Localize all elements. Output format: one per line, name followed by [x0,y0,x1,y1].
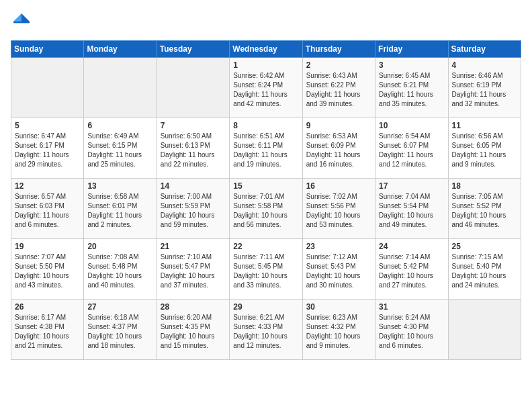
day-info: Sunrise: 7:00 AM Sunset: 5:59 PM Dayligh… [161,192,226,230]
day-info: Sunrise: 6:54 AM Sunset: 6:07 PM Dayligh… [379,132,444,169]
day-number: 26 [15,302,80,312]
calendar-cell: 19Sunrise: 7:07 AM Sunset: 5:50 PM Dayli… [11,239,84,300]
day-info: Sunrise: 6:53 AM Sunset: 6:09 PM Dayligh… [306,132,371,169]
day-info: Sunrise: 7:14 AM Sunset: 5:42 PM Dayligh… [379,253,444,290]
day-info: Sunrise: 6:17 AM Sunset: 4:38 PM Dayligh… [15,313,80,351]
day-info: Sunrise: 7:08 AM Sunset: 5:48 PM Dayligh… [87,253,152,290]
weekday-header-thursday: Thursday [302,41,375,58]
day-number: 7 [161,121,226,130]
day-info: Sunrise: 6:24 AM Sunset: 4:30 PM Dayligh… [379,313,444,351]
day-number: 2 [306,60,371,70]
calendar-cell: 5Sunrise: 6:47 AM Sunset: 6:17 PM Daylig… [11,118,84,179]
day-number: 31 [379,302,444,312]
day-number: 15 [233,181,298,191]
day-number: 22 [233,242,298,251]
day-number: 18 [452,181,517,191]
day-info: Sunrise: 6:21 AM Sunset: 4:33 PM Dayligh… [233,313,298,351]
calendar-cell [11,58,84,118]
calendar-cell: 30Sunrise: 6:23 AM Sunset: 4:32 PM Dayli… [302,300,375,360]
calendar-cell: 29Sunrise: 6:21 AM Sunset: 4:33 PM Dayli… [230,300,302,360]
day-info: Sunrise: 7:01 AM Sunset: 5:58 PM Dayligh… [233,192,298,230]
day-info: Sunrise: 6:18 AM Sunset: 4:37 PM Dayligh… [87,313,152,351]
weekday-header-tuesday: Tuesday [157,41,229,58]
day-number: 20 [87,242,152,251]
calendar-cell: 22Sunrise: 7:11 AM Sunset: 5:45 PM Dayli… [230,239,302,300]
calendar-cell: 1Sunrise: 6:42 AM Sunset: 6:24 PM Daylig… [230,58,302,118]
calendar-cell: 10Sunrise: 6:54 AM Sunset: 6:07 PM Dayli… [375,118,448,179]
calendar-cell: 2Sunrise: 6:43 AM Sunset: 6:22 PM Daylig… [302,58,375,118]
day-info: Sunrise: 6:23 AM Sunset: 4:32 PM Dayligh… [306,313,371,351]
day-number: 16 [306,181,371,191]
calendar-cell: 26Sunrise: 6:17 AM Sunset: 4:38 PM Dayli… [11,300,84,360]
day-number: 28 [161,302,226,312]
weekday-header-row: SundayMondayTuesdayWednesdayThursdayFrid… [11,41,521,58]
calendar-cell [84,58,157,118]
svg-rect-2 [13,21,30,23]
day-number: 14 [161,181,226,191]
svg-marker-0 [21,13,30,21]
calendar-week-row: 1Sunrise: 6:42 AM Sunset: 6:24 PM Daylig… [11,58,521,118]
calendar-cell: 6Sunrise: 6:49 AM Sunset: 6:15 PM Daylig… [84,118,157,179]
day-number: 19 [15,242,80,251]
calendar-week-row: 12Sunrise: 6:57 AM Sunset: 6:03 PM Dayli… [11,179,521,239]
calendar-cell: 20Sunrise: 7:08 AM Sunset: 5:48 PM Dayli… [84,239,157,300]
day-number: 24 [379,242,444,251]
day-info: Sunrise: 6:42 AM Sunset: 6:24 PM Dayligh… [233,71,298,109]
logo [11,11,35,32]
day-info: Sunrise: 6:51 AM Sunset: 6:11 PM Dayligh… [233,132,298,169]
calendar-table: SundayMondayTuesdayWednesdayThursdayFrid… [11,40,521,360]
calendar-cell: 24Sunrise: 7:14 AM Sunset: 5:42 PM Dayli… [375,239,448,300]
day-number: 25 [452,242,517,251]
day-info: Sunrise: 6:43 AM Sunset: 6:22 PM Dayligh… [306,71,371,109]
calendar-cell: 9Sunrise: 6:53 AM Sunset: 6:09 PM Daylig… [302,118,375,179]
day-info: Sunrise: 6:58 AM Sunset: 6:01 PM Dayligh… [87,192,152,230]
calendar-cell: 25Sunrise: 7:15 AM Sunset: 5:40 PM Dayli… [448,239,521,300]
day-info: Sunrise: 7:10 AM Sunset: 5:47 PM Dayligh… [161,253,226,290]
calendar-cell: 17Sunrise: 7:04 AM Sunset: 5:54 PM Dayli… [375,179,448,239]
day-number: 6 [87,121,152,130]
calendar-cell: 18Sunrise: 7:05 AM Sunset: 5:52 PM Dayli… [448,179,521,239]
svg-marker-1 [13,13,21,21]
day-number: 13 [87,181,152,191]
day-number: 9 [306,121,371,130]
day-info: Sunrise: 7:11 AM Sunset: 5:45 PM Dayligh… [233,253,298,290]
calendar-cell: 15Sunrise: 7:01 AM Sunset: 5:58 PM Dayli… [230,179,302,239]
calendar-cell: 31Sunrise: 6:24 AM Sunset: 4:30 PM Dayli… [375,300,448,360]
calendar-week-row: 5Sunrise: 6:47 AM Sunset: 6:17 PM Daylig… [11,118,521,179]
day-number: 1 [233,60,298,70]
day-number: 27 [87,302,152,312]
calendar-cell: 4Sunrise: 6:46 AM Sunset: 6:19 PM Daylig… [448,58,521,118]
day-info: Sunrise: 7:15 AM Sunset: 5:40 PM Dayligh… [452,253,517,290]
calendar-week-row: 26Sunrise: 6:17 AM Sunset: 4:38 PM Dayli… [11,300,521,360]
day-number: 5 [15,121,80,130]
day-number: 8 [233,121,298,130]
day-number: 30 [306,302,371,312]
day-number: 11 [452,121,517,130]
calendar-cell: 28Sunrise: 6:20 AM Sunset: 4:35 PM Dayli… [157,300,229,360]
day-info: Sunrise: 6:20 AM Sunset: 4:35 PM Dayligh… [161,313,226,351]
calendar-cell: 27Sunrise: 6:18 AM Sunset: 4:37 PM Dayli… [84,300,157,360]
calendar-cell: 12Sunrise: 6:57 AM Sunset: 6:03 PM Dayli… [11,179,84,239]
day-info: Sunrise: 7:02 AM Sunset: 5:56 PM Dayligh… [306,192,371,230]
calendar-cell: 23Sunrise: 7:12 AM Sunset: 5:43 PM Dayli… [302,239,375,300]
calendar-cell: 3Sunrise: 6:45 AM Sunset: 6:21 PM Daylig… [375,58,448,118]
calendar-cell: 13Sunrise: 6:58 AM Sunset: 6:01 PM Dayli… [84,179,157,239]
day-info: Sunrise: 6:50 AM Sunset: 6:13 PM Dayligh… [161,132,226,169]
calendar-cell: 21Sunrise: 7:10 AM Sunset: 5:47 PM Dayli… [157,239,229,300]
calendar-cell: 11Sunrise: 6:56 AM Sunset: 6:05 PM Dayli… [448,118,521,179]
calendar-cell [157,58,229,118]
calendar-week-row: 19Sunrise: 7:07 AM Sunset: 5:50 PM Dayli… [11,239,521,300]
calendar-cell [448,300,521,360]
day-number: 23 [306,242,371,251]
day-number: 4 [452,60,517,70]
day-info: Sunrise: 6:47 AM Sunset: 6:17 PM Dayligh… [15,132,80,169]
calendar-cell: 16Sunrise: 7:02 AM Sunset: 5:56 PM Dayli… [302,179,375,239]
weekday-header-wednesday: Wednesday [230,41,302,58]
weekday-header-monday: Monday [84,41,157,58]
day-info: Sunrise: 6:49 AM Sunset: 6:15 PM Dayligh… [87,132,152,169]
day-number: 3 [379,60,444,70]
weekday-header-saturday: Saturday [448,41,521,58]
day-info: Sunrise: 7:04 AM Sunset: 5:54 PM Dayligh… [379,192,444,230]
page-header [11,11,521,32]
day-number: 10 [379,121,444,130]
